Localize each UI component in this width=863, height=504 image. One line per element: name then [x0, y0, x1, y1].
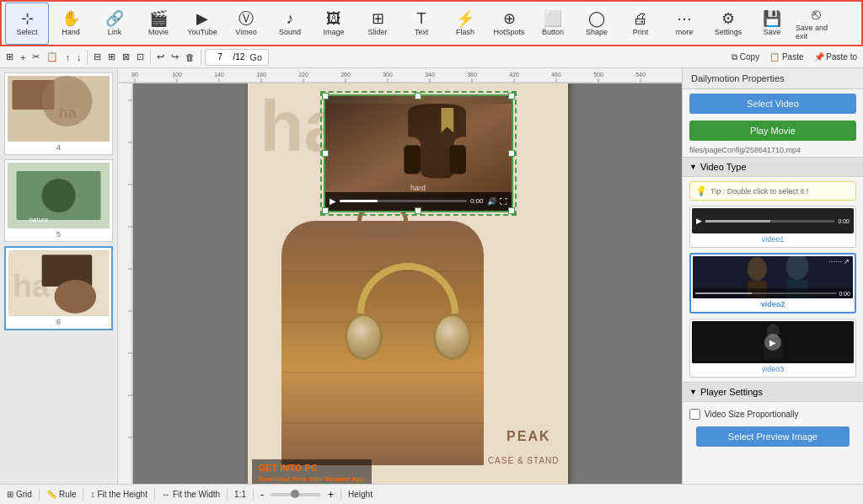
sound-tool-btn[interactable]: ♪ Sound: [268, 3, 312, 45]
resize-handle-tl[interactable]: [322, 93, 329, 99]
video-option-2[interactable]: ▶ ⋯⋯ ↗: [689, 253, 856, 314]
page-thumb-4[interactable]: ha 4: [4, 72, 113, 155]
fit-width-btn[interactable]: ↔ Fit the Width: [162, 490, 220, 499]
save-icon: 💾: [763, 11, 781, 26]
svg-text:540: 540: [635, 72, 646, 78]
video-progress-bar[interactable]: [340, 200, 467, 202]
tb2-del[interactable]: 🗑: [183, 51, 197, 64]
save-exit-tool-btn[interactable]: ⎋ Save and exit: [794, 3, 838, 45]
svg-text:460: 460: [551, 72, 561, 78]
hard-label: hard: [410, 184, 426, 192]
movie-tool-btn[interactable]: 🎬 Movie: [137, 3, 180, 45]
main-layout: ha 4 nature 5 ha: [0, 68, 863, 484]
page-5-number: 5: [8, 230, 110, 239]
page-thumb-5[interactable]: nature 5: [4, 159, 113, 242]
vimeo-tool-btn[interactable]: Ⓥ Vimeo: [224, 3, 268, 45]
video-size-label: Video Size Proportionally: [705, 410, 799, 419]
svg-text:80: 80: [131, 72, 138, 78]
video-type-section-header[interactable]: ▼ Video Type: [683, 157, 863, 177]
headphone-image: [340, 263, 475, 381]
watermark-brand: GET INTO PC: [259, 463, 318, 473]
video-option-1[interactable]: ▶ 0:00 video1: [689, 206, 856, 248]
grid-toggle[interactable]: ⊞ Grid: [7, 490, 32, 499]
tb2-undo[interactable]: ↩: [154, 50, 167, 64]
video-3-play-icon: ▶: [764, 334, 781, 351]
video-size-checkbox[interactable]: [689, 409, 700, 420]
paste-to-btn[interactable]: 📌 Paste to: [812, 51, 860, 63]
video-element[interactable]: hard ▶ 0:00 🔊 ⛶: [324, 94, 513, 212]
select-tool-btn[interactable]: ⊹ Select: [5, 3, 49, 45]
video-type-arrow: ▼: [689, 163, 697, 171]
select-preview-btn[interactable]: Select Preview Image: [696, 426, 850, 447]
pages-panel: ha 4 nature 5 ha: [0, 68, 118, 484]
player-settings-section-header[interactable]: ▼ Player Settings: [683, 382, 863, 402]
video-volume-icon[interactable]: 🔊: [487, 197, 496, 206]
v2-progress-fill: [695, 292, 752, 294]
svg-text:220: 220: [298, 72, 308, 78]
tb2-align3[interactable]: ⊠: [120, 50, 132, 64]
youtube-tool-btn[interactable]: ▶ YouTube: [180, 3, 224, 45]
button-tool-btn[interactable]: ⬜ Button: [531, 3, 575, 45]
paste-btn[interactable]: 📋 Paste: [767, 51, 806, 63]
fit-height-btn[interactable]: ↕ Fit the Height: [90, 490, 147, 499]
image-tool-btn[interactable]: 🖼 Image: [312, 3, 356, 45]
rule-toggle[interactable]: 📏 Rule: [46, 490, 77, 499]
text-tool-btn[interactable]: T Text: [399, 3, 443, 45]
resize-handle-tr[interactable]: [508, 93, 515, 99]
tb2-btn1[interactable]: ⊞: [3, 50, 16, 64]
tb2-align4[interactable]: ⊡: [134, 50, 147, 64]
player-settings-arrow: ▼: [689, 388, 697, 396]
play-movie-btn[interactable]: Play Movie: [689, 121, 856, 141]
page-5-preview: nature: [8, 163, 110, 228]
text-icon: T: [417, 11, 426, 26]
select-icon: ⊹: [21, 11, 34, 26]
more-tool-btn[interactable]: ⋯ more: [662, 3, 706, 45]
copy-btn[interactable]: ⧉ Copy: [729, 51, 762, 64]
video-play-btn[interactable]: ▶: [330, 196, 336, 206]
fit-height-icon: ↕: [90, 490, 94, 499]
tb2-redo[interactable]: ↪: [169, 50, 181, 64]
tb2-btn2[interactable]: +: [18, 51, 28, 64]
copy-icon: ⧉: [732, 52, 737, 62]
svg-text:300: 300: [383, 72, 393, 78]
tb2-btn6[interactable]: ↓: [74, 51, 84, 64]
tb2-align1[interactable]: ⊟: [91, 50, 104, 64]
settings-tool-btn[interactable]: ⚙ Settings: [706, 3, 750, 45]
go-btn[interactable]: Go: [247, 51, 265, 64]
hand-tool-btn[interactable]: ✋ Hand: [49, 3, 93, 45]
zoom-minus-btn[interactable]: -: [260, 489, 264, 501]
page-input[interactable]: [209, 52, 230, 62]
tb2-btn5[interactable]: ↑: [62, 51, 72, 64]
video-3-label: video3: [692, 363, 854, 375]
svg-text:260: 260: [340, 72, 351, 78]
tb2-align2[interactable]: ⊞: [105, 50, 118, 64]
mini-time: 0:00: [838, 218, 850, 224]
tb2-btn4[interactable]: 📋: [44, 50, 61, 64]
resize-handle-br[interactable]: [508, 207, 515, 214]
save-tool-btn[interactable]: 💾 Save: [750, 3, 794, 45]
svg-point-3: [42, 76, 93, 126]
resize-handle-bm[interactable]: [415, 207, 421, 214]
resize-handle-bl[interactable]: [322, 207, 329, 214]
shape-tool-btn[interactable]: ◯ Shape: [575, 3, 619, 45]
resize-handle-mr[interactable]: [508, 150, 515, 157]
select-video-btn[interactable]: Select Video: [689, 94, 856, 114]
resize-handle-ml[interactable]: [322, 150, 329, 157]
video-2-bottom-controls: 0:00: [693, 288, 853, 298]
tb2-btn3[interactable]: ✂: [29, 50, 42, 64]
link-tool-btn[interactable]: 🔗 Link: [93, 3, 137, 45]
slider-tool-btn[interactable]: ⊞ Slider: [356, 3, 399, 45]
video-option-3[interactable]: ▶ video3: [689, 319, 856, 378]
height-display: Height: [348, 490, 373, 499]
zoom-slider[interactable]: [271, 493, 321, 496]
video-fullscreen-icon[interactable]: ⛶: [500, 197, 507, 206]
zoom-plus-btn[interactable]: +: [328, 489, 334, 501]
flash-tool-btn[interactable]: ⚡ Flash: [443, 3, 487, 45]
player-settings-content: Video Size Proportionally Select Preview…: [683, 402, 863, 453]
print-tool-btn[interactable]: 🖨 Print: [619, 3, 662, 45]
save-exit-icon: ⎋: [812, 7, 821, 22]
horizontal-ruler: 80 100 140 180 220 260 300 340 380 420: [118, 68, 682, 83]
hotspots-tool-btn[interactable]: ⊕ HotSpots: [487, 3, 531, 45]
resize-handle-tm[interactable]: [415, 93, 421, 99]
page-thumb-6[interactable]: ha 6: [4, 246, 113, 330]
